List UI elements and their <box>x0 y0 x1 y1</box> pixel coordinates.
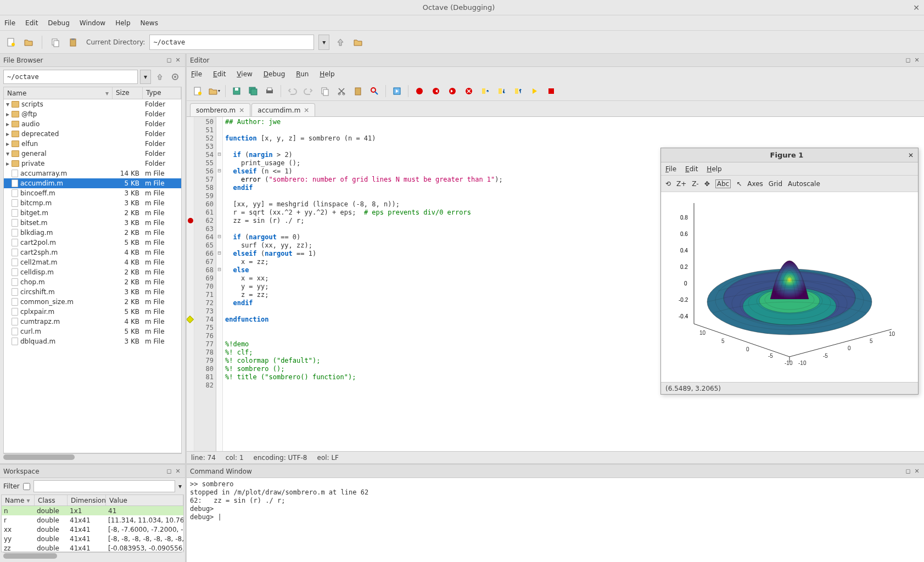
ws-filter-checkbox[interactable] <box>23 483 30 490</box>
ed-stop-icon[interactable] <box>545 85 558 98</box>
tab-close-icon[interactable]: ✕ <box>239 106 244 114</box>
menu-debug[interactable]: Debug <box>48 19 69 27</box>
ws-filter-dropdown-icon[interactable]: ▾ <box>178 482 182 490</box>
ed-continue-icon[interactable] <box>528 85 541 98</box>
fb-path-dropdown-icon[interactable]: ▾ <box>140 70 151 84</box>
ed-copy-icon[interactable] <box>318 85 332 98</box>
menu-help[interactable]: Help <box>115 19 130 27</box>
fig-axes-btn[interactable]: Axes <box>747 180 763 188</box>
fig-menu-help[interactable]: Help <box>707 165 721 173</box>
ws-close-icon[interactable]: ✕ <box>174 468 182 475</box>
fb-file-row[interactable]: curl.m5 KBm File <box>4 327 181 336</box>
fig-pan-icon[interactable]: ✥ <box>704 180 710 188</box>
browse-folder-icon[interactable] <box>351 36 365 49</box>
fb-file-row[interactable]: bitset.m3 KBm File <box>4 218 181 228</box>
fb-folder-row[interactable]: ▾generalFolder <box>4 149 181 159</box>
fb-file-row[interactable]: cell2mat.m4 KBm File <box>4 257 181 267</box>
menu-news[interactable]: News <box>141 19 158 27</box>
menu-edit[interactable]: Edit <box>25 19 38 27</box>
fb-folder-row[interactable]: ▸deprecatedFolder <box>4 129 181 139</box>
ed-menu-help[interactable]: Help <box>320 70 334 78</box>
fb-folder-row[interactable]: ▸privateFolder <box>4 159 181 168</box>
fb-file-row[interactable]: celldisp.m2 KBm File <box>4 267 181 277</box>
cmd-undock-icon[interactable]: ◻ <box>904 468 912 475</box>
fb-file-row[interactable]: cplxpair.m5 KBm File <box>4 307 181 317</box>
figure-close-icon[interactable]: ✕ <box>908 151 914 159</box>
ed-close-icon[interactable]: ✕ <box>913 57 921 64</box>
ed-stepin-icon[interactable] <box>495 85 508 98</box>
ws-row[interactable]: rdouble41x41[11.314, 11.034, 10.763, ... <box>2 515 183 525</box>
ws-col-value[interactable]: Value <box>106 495 183 505</box>
fb-file-row[interactable]: accumarray.m14 KBm File <box>4 168 181 178</box>
fb-col-type[interactable]: Type <box>143 87 181 99</box>
copy-icon[interactable] <box>49 36 62 49</box>
curdir-dropdown-icon[interactable]: ▾ <box>318 35 329 50</box>
ws-row[interactable]: xxdouble41x41[-8, -7.6000, -7.2000, -6.8… <box>2 525 183 534</box>
fb-file-row[interactable]: chop.m2 KBm File <box>4 277 181 287</box>
ws-row[interactable]: zzdouble41x41[-0.083953, -0.090556, -0..… <box>2 543 183 552</box>
menu-file[interactable]: File <box>4 19 15 27</box>
ws-filter-input[interactable] <box>33 480 175 492</box>
tab-accumdim[interactable]: accumdim.m✕ <box>251 103 315 116</box>
tab-close-icon[interactable]: ✕ <box>304 106 309 114</box>
ws-hscroll[interactable] <box>3 552 182 560</box>
ed-find-icon[interactable] <box>368 85 381 98</box>
ed-menu-debug[interactable]: Debug <box>264 70 285 78</box>
fig-grid-btn[interactable]: Grid <box>769 180 782 188</box>
ed-breakpoint-icon[interactable] <box>413 85 426 98</box>
fb-path-input[interactable]: ~/octave <box>3 70 138 84</box>
ed-paste-icon[interactable] <box>351 85 365 98</box>
ed-stepout-icon[interactable] <box>512 85 525 98</box>
fb-col-name[interactable]: Name▾ <box>4 87 113 99</box>
ed-saveall-icon[interactable] <box>247 85 260 98</box>
ed-new-icon[interactable] <box>191 85 204 98</box>
command-body[interactable]: >> sombrero stopped in /m/plot/draw/somb… <box>187 478 924 562</box>
fig-menu-edit[interactable]: Edit <box>685 165 698 173</box>
ed-open-icon[interactable]: ▾ <box>208 85 221 98</box>
fb-file-row[interactable]: dblquad.m3 KBm File <box>4 336 181 346</box>
fb-file-row[interactable]: bincoeff.m3 KBm File <box>4 188 181 198</box>
fb-hscroll[interactable] <box>3 453 182 461</box>
figure-plot[interactable]: 0.8 0.6 0.4 0.2 0 -0.2 -0.4 <box>661 192 918 382</box>
fb-file-row[interactable]: blkdiag.m2 KBm File <box>4 228 181 238</box>
ed-redo-icon[interactable] <box>302 85 315 98</box>
undock-icon[interactable]: ◻ <box>165 57 173 64</box>
fb-folder-row[interactable]: ▸@ftpFolder <box>4 109 181 119</box>
ed-run-icon[interactable] <box>390 85 404 98</box>
fig-menu-file[interactable]: File <box>665 165 676 173</box>
open-folder-icon[interactable] <box>22 36 35 49</box>
fb-file-row[interactable]: bitcmp.m3 KBm File <box>4 198 181 208</box>
ed-bp-next-icon[interactable] <box>446 85 459 98</box>
paste-icon[interactable] <box>66 36 80 49</box>
fig-zoomout[interactable]: Z- <box>692 180 698 188</box>
ed-menu-run[interactable]: Run <box>296 70 309 78</box>
up-folder-icon[interactable] <box>334 36 347 49</box>
figure-window[interactable]: Figure 1 ✕ File Edit Help ⟲ Z+ Z- ✥ <box>660 148 919 395</box>
cmd-close-icon[interactable]: ✕ <box>913 468 921 475</box>
fig-text-icon[interactable]: Abc <box>715 179 731 188</box>
fb-file-row[interactable]: cart2sph.m4 KBm File <box>4 248 181 257</box>
ws-col-dim[interactable]: Dimension <box>68 495 106 505</box>
fb-file-row[interactable]: bitget.m2 KBm File <box>4 208 181 218</box>
fb-folder-row[interactable]: ▸elfunFolder <box>4 139 181 149</box>
ed-step-icon[interactable] <box>479 85 492 98</box>
fb-file-row[interactable]: accumdim.m5 KBm File <box>4 178 181 188</box>
close-panel-icon[interactable]: ✕ <box>174 57 182 64</box>
fig-rotate-icon[interactable]: ⟲ <box>665 180 671 188</box>
ed-menu-view[interactable]: View <box>237 70 252 78</box>
ed-cut-icon[interactable] <box>335 85 348 98</box>
tab-sombrero[interactable]: sombrero.m✕ <box>190 103 250 116</box>
fb-folder-row[interactable]: ▾scriptsFolder <box>4 99 181 109</box>
close-icon[interactable]: ✕ <box>913 3 920 12</box>
ws-row[interactable]: yydouble41x41[-8, -8, -8, -8, -8, -8, -8… <box>2 534 183 543</box>
ed-undock-icon[interactable]: ◻ <box>904 57 912 64</box>
fig-select-icon[interactable]: ↖ <box>736 180 742 188</box>
ws-col-class[interactable]: Class <box>35 495 68 505</box>
ed-undo-icon[interactable] <box>285 85 299 98</box>
fb-file-row[interactable]: cumtrapz.m4 KBm File <box>4 317 181 327</box>
fig-zoomin[interactable]: Z+ <box>676 180 686 188</box>
fb-file-row[interactable]: circshift.m3 KBm File <box>4 287 181 297</box>
fb-col-size[interactable]: Size <box>113 87 143 99</box>
fb-file-row[interactable]: cart2pol.m5 KBm File <box>4 238 181 248</box>
ed-bp-prev-icon[interactable] <box>429 85 443 98</box>
